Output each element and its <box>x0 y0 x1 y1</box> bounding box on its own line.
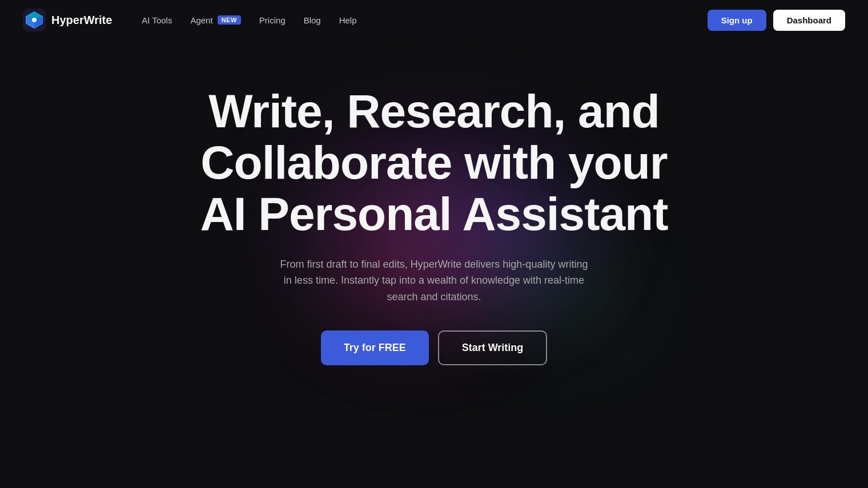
hyperwrite-logo-icon <box>23 9 46 31</box>
svg-point-1 <box>32 18 37 22</box>
nav-agent[interactable]: Agent NEW <box>183 11 247 30</box>
hero-buttons: Try for FREE Start Writing <box>321 330 548 365</box>
brand-name: HyperWrite <box>51 14 112 27</box>
logo-area[interactable]: HyperWrite <box>23 9 112 31</box>
start-writing-button[interactable]: Start Writing <box>438 330 548 365</box>
agent-new-badge: NEW <box>218 15 241 25</box>
try-free-button[interactable]: Try for FREE <box>321 330 429 365</box>
navbar: HyperWrite AI Tools Agent NEW Pricing Bl… <box>0 0 868 40</box>
navbar-left: HyperWrite AI Tools Agent NEW Pricing Bl… <box>23 9 364 31</box>
nav-help[interactable]: Help <box>332 11 364 30</box>
nav-ai-tools[interactable]: AI Tools <box>135 11 179 30</box>
hero-section: Write, Research, and Collaborate with yo… <box>0 40 868 365</box>
hero-subtitle: From first draft to final edits, HyperWr… <box>280 256 588 305</box>
hero-title: Write, Research, and Collaborate with yo… <box>177 86 691 240</box>
nav-pricing[interactable]: Pricing <box>252 11 292 30</box>
nav-links: AI Tools Agent NEW Pricing Blog Help <box>135 11 363 30</box>
dashboard-button[interactable]: Dashboard <box>773 10 845 31</box>
navbar-right: Sign up Dashboard <box>708 10 845 31</box>
nav-blog[interactable]: Blog <box>297 11 328 30</box>
signup-button[interactable]: Sign up <box>708 10 766 31</box>
